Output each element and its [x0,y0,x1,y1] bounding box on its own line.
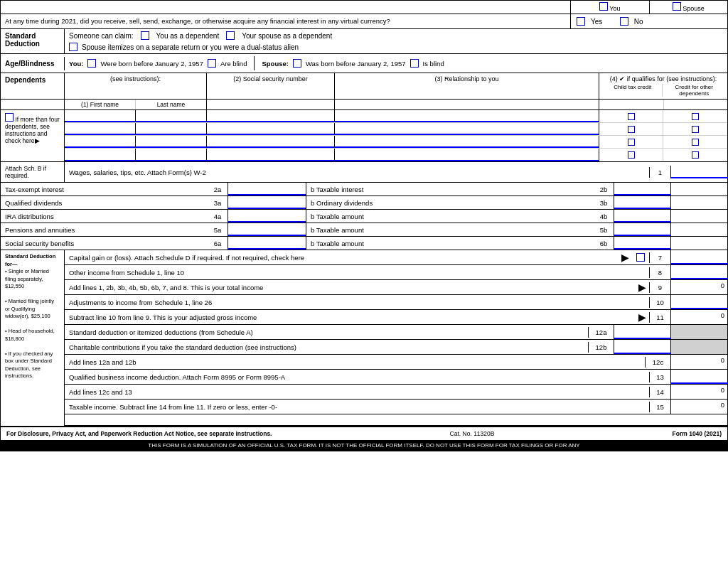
spouse-itemizes-checkbox[interactable] [69,43,77,51]
dep4-other-checkbox[interactable] [692,151,699,159]
dep1-other-check[interactable] [663,110,727,122]
dep3-child-checkbox[interactable] [628,139,635,146]
line1-input[interactable] [670,166,727,178]
dep4-other-check[interactable] [663,149,727,161]
dep1-rel-input[interactable] [335,110,599,122]
spouse-dependent-checkbox[interactable] [226,31,235,40]
line3b-label: b Ordinary dividends [306,198,594,208]
line9-value: 0 [670,280,727,294]
line13-input[interactable] [670,370,727,384]
are-blind-label: Are blind [220,60,247,68]
line8-row: Other income from Schedule 1, line 10 8 [65,265,727,280]
line5b-label: b Taxable amount [306,225,594,235]
line4a-input[interactable] [228,210,306,223]
dep2-other-checkbox[interactable] [692,126,699,133]
dep2-child-checkbox[interactable] [628,126,635,133]
born-before-checkbox[interactable] [87,59,96,68]
you-age-label: You: [69,60,83,68]
dep3-fname-input[interactable] [65,136,136,148]
spouse-dependent-label: Your spouse as a dependent [242,32,332,40]
dep2-ssn-input[interactable] [207,123,335,135]
line12a-shaded [670,325,727,339]
dep-col2-header: (2) Social security number [207,73,335,99]
std-deduction-sidebar: Standard Deduction for— • Single or Marr… [1,250,65,426]
vc-question-text: At any time during 2021, did you receive… [1,14,571,28]
dep2-lname-input[interactable] [136,123,207,135]
age-blindness-label: Age/Blindness [1,57,65,70]
line7-input[interactable] [670,250,727,264]
dep2-fname-input[interactable] [65,123,136,135]
dep2-rel-input[interactable] [335,123,599,135]
line5-row: Pensions and annuities 5a b Taxable amou… [1,223,727,237]
dependents-subheader: (1) First name Last name [1,100,727,110]
dep4-child-check[interactable] [599,149,663,161]
dep-sub-left [1,100,65,109]
line7-checkbox[interactable] [636,253,645,262]
line15-num: 15 [649,402,670,412]
line1-content: Wages, salaries, tips, etc. Attach Form(… [65,162,727,182]
dep4-lname-input[interactable] [136,149,207,161]
line6a-section: Social security benefits 6a [1,237,306,250]
dep1-lname-input[interactable] [136,110,207,122]
line9-row: Add lines 1, 2b, 3b, 4b, 5b, 6b, 7, and … [65,280,727,295]
dep-col3-header: (3) Relationship to you [335,73,599,99]
dep4-ssn-input[interactable] [207,149,335,161]
line12a-label: Standard deduction or itemized deduction… [65,327,588,338]
dep1-other-checkbox[interactable] [692,113,699,120]
line3b-input[interactable] [614,196,670,209]
line4b-input[interactable] [614,210,670,223]
born-before-label: Were born before January 2, 1957 [100,60,203,68]
dep3-lname-input[interactable] [136,136,207,148]
dep1-child-check[interactable] [599,110,663,122]
line12a-input[interactable] [614,325,670,339]
spouse-born-before-checkbox[interactable] [293,59,301,68]
line3a-input[interactable] [228,196,306,209]
line7-arrow-icon: ▶ [619,252,632,263]
line5a-section: Pensions and annuities 5a [1,223,306,236]
spouse-checkbox[interactable] [673,2,681,11]
spouse-blind-checkbox[interactable] [410,59,419,68]
line6b-input[interactable] [614,237,670,250]
dep2-other-check[interactable] [663,123,727,135]
line1-num: 1 [649,167,670,178]
dep3-rel-input[interactable] [335,136,599,148]
dependents-section: Dependents (see instructions): (2) Socia… [1,73,727,162]
line2a-input[interactable] [228,183,306,195]
line15-value: 0 [670,400,727,414]
dep4-fname-input[interactable] [65,149,136,161]
line12b-input[interactable] [614,340,670,354]
dep1-fname-input[interactable] [65,110,136,122]
line10-input[interactable] [670,295,727,309]
std-sidebar-item2: • Married filing jointly or Qualifying w… [5,298,54,319]
dep2-child-check[interactable] [599,123,663,135]
dep3-other-checkbox[interactable] [692,139,699,146]
dep4-child-checkbox[interactable] [628,151,635,159]
std-line1: Someone can claim: You as a dependent Yo… [69,31,723,40]
are-blind-checkbox[interactable] [208,59,216,68]
dep4-rel-input[interactable] [335,149,599,161]
line12c-value: 0 [670,355,727,369]
line10-label: Adjustments to income from Schedule 1, l… [65,297,649,308]
you-dependent-checkbox[interactable] [141,31,149,40]
you-checkbox[interactable] [599,2,608,11]
line8-input[interactable] [670,265,727,279]
line5a-label: Pensions and annuities [1,225,208,235]
vc-no-checkbox[interactable] [620,17,628,26]
line5b-value [670,223,727,236]
line2b-input[interactable] [614,183,670,195]
dep3-ssn-input[interactable] [207,136,335,148]
dep1-child-checkbox[interactable] [628,113,635,120]
footer-form-title: Form 1040 (2021) [673,430,722,437]
is-blind-label: Is blind [423,60,444,68]
line11-label: Subtract line 10 from line 9. This is yo… [65,312,636,323]
dep3-child-check[interactable] [599,136,663,148]
line5b-input[interactable] [614,223,670,236]
more-dependents-checkbox[interactable] [5,113,14,122]
vc-yes-checkbox[interactable] [577,17,585,26]
dep1-ssn-input[interactable] [207,110,335,122]
dep3-other-check[interactable] [663,136,727,148]
line6a-input[interactable] [228,237,306,250]
line6b-label: b Taxable amount [306,238,594,249]
main-content-area: Standard Deduction for— • Single or Marr… [1,250,727,426]
line5a-input[interactable] [228,223,306,236]
